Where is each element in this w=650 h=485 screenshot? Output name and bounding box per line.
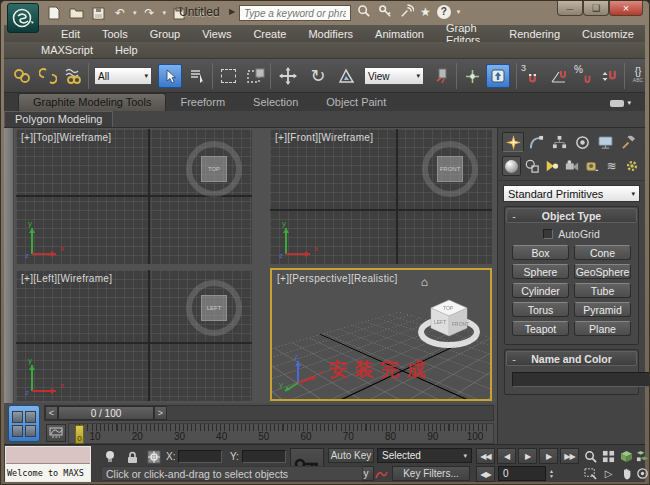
ribbon-tab-selection[interactable]: Selection (239, 94, 312, 111)
minimize-button[interactable]: — (557, 1, 583, 16)
tab-modify[interactable] (525, 132, 547, 152)
object-type-rollout-header[interactable]: - Object Type (506, 208, 637, 223)
menu-group[interactable]: Group (139, 28, 192, 40)
object-type-pyramid[interactable]: Pyramid (574, 302, 631, 317)
object-type-torus[interactable]: Torus (512, 302, 569, 317)
select-and-link-button[interactable] (10, 64, 34, 88)
category-shapes[interactable] (522, 156, 541, 176)
ribbon-minimize-button[interactable]: ▾ (610, 99, 631, 111)
menu-create[interactable]: Create (242, 28, 297, 40)
go-to-start-button[interactable]: ◀◀ (476, 448, 495, 464)
menu-modifiers[interactable]: Modifiers (297, 28, 364, 40)
object-type-box[interactable]: Box (512, 245, 569, 260)
tab-motion[interactable] (571, 132, 593, 152)
listener-output-pane[interactable]: Welcome to MAXS (6, 464, 90, 481)
previous-frame-button[interactable]: ◀ (497, 448, 516, 464)
viewcube-top[interactable]: TOP (186, 141, 242, 197)
save-file-button[interactable] (89, 4, 107, 22)
select-and-scale-button[interactable] (334, 64, 358, 88)
help-flyout-caret[interactable]: ▾ (457, 8, 461, 16)
edit-named-selection-sets-button[interactable]: {} ABC (628, 64, 648, 88)
frame-spinner[interactable]: ▲ ▼ (547, 466, 556, 481)
menu-rendering[interactable]: Rendering (498, 28, 571, 40)
window-crossing-toggle-button[interactable] (244, 64, 268, 88)
object-type-cylinder[interactable]: Cylinder (512, 283, 569, 298)
tab-display[interactable] (594, 132, 616, 152)
selection-lock-toggle[interactable] (123, 449, 141, 465)
zoom-region-button[interactable] (582, 465, 599, 481)
help-button[interactable]: ? (437, 5, 451, 19)
category-space-warps[interactable]: ≋ (602, 156, 621, 176)
track-bar[interactable]: 102030405060708090100 0 (68, 423, 494, 444)
ribbon-tab-freeform[interactable]: Freeform (166, 94, 239, 111)
zoom-button[interactable] (582, 448, 599, 464)
viewcube-left[interactable]: LEFT (186, 280, 242, 336)
ribbon-tab-object-paint[interactable]: Object Paint (312, 94, 400, 111)
viewcube-front[interactable]: FRONT (422, 141, 478, 197)
angle-snap-toggle-button[interactable] (546, 64, 570, 88)
pan-view-button[interactable] (618, 465, 635, 481)
next-frame-button[interactable]: ▶ (539, 448, 558, 464)
maximize-button[interactable]: ❑ (583, 1, 609, 16)
object-name-input[interactable] (512, 372, 650, 387)
category-geometry[interactable] (502, 156, 521, 176)
open-file-button[interactable] (67, 4, 85, 22)
viewport-layout-tabs-button[interactable] (8, 405, 40, 442)
percent-snap-toggle-button[interactable]: % (572, 64, 596, 88)
title-flyout-arrow[interactable]: ▶ (229, 7, 235, 16)
ribbon-tab-graphite-modeling-tools[interactable]: Graphite Modeling Tools (18, 93, 166, 111)
viewport-top[interactable]: [+][Top][Wireframe] TOP y x z (16, 129, 252, 264)
object-category-dropdown[interactable]: Standard Primitives ▾ (503, 185, 640, 202)
viewport-left[interactable]: [+][Left][Wireframe] LEFT y x z (16, 270, 252, 401)
category-cameras[interactable] (562, 156, 581, 176)
tab-utilities[interactable] (617, 132, 639, 152)
redo-flyout-caret[interactable]: ▾ (163, 9, 167, 17)
viewport-front[interactable]: [+][Front][Wireframe] FRONT y x z (270, 129, 492, 264)
zoom-extents-button[interactable] (618, 448, 635, 464)
select-and-manipulate-button[interactable] (460, 64, 484, 88)
keyboard-shortcut-override-toggle[interactable] (486, 64, 510, 88)
autogrid-checkbox[interactable] (543, 229, 553, 239)
tab-hierarchy[interactable] (548, 132, 570, 152)
track-bar-slider[interactable]: 0 (75, 425, 84, 444)
next-frame-nudge-button[interactable]: > (154, 406, 167, 420)
maxscript-mini-listener[interactable]: Welcome to MAXS (5, 446, 91, 482)
zoom-extents-all-button[interactable] (634, 448, 650, 464)
menu-help[interactable]: Help (104, 44, 149, 56)
zoom-all-button[interactable] (600, 448, 617, 464)
menu-maxscript[interactable]: MAXScript (30, 44, 104, 56)
redo-button[interactable]: ↷ (141, 4, 159, 22)
time-slider-handle[interactable]: 0 / 100 (58, 406, 154, 420)
default-in-out-tangents-button[interactable] (374, 466, 389, 482)
snaps-toggle-button[interactable]: 3 (520, 64, 544, 88)
infocenter-search-input[interactable] (239, 5, 351, 21)
select-and-move-button[interactable] (276, 64, 300, 88)
object-type-plane[interactable]: Plane (574, 321, 631, 336)
object-type-teapot[interactable]: Teapot (512, 321, 569, 336)
absolute-offset-mode-toggle[interactable] (145, 449, 163, 465)
object-type-sphere[interactable]: Sphere (512, 264, 569, 279)
application-menu-button[interactable] (7, 3, 39, 33)
tab-create[interactable] (502, 132, 524, 152)
use-pivot-point-center-button[interactable] (430, 64, 454, 88)
field-of-view-button[interactable]: ▷ (600, 465, 617, 481)
object-type-tube[interactable]: Tube (574, 283, 631, 298)
viewcube-home-icon[interactable]: ⌂ (421, 275, 428, 289)
sign-in-key-icon[interactable] (378, 4, 393, 19)
category-systems[interactable] (622, 156, 641, 176)
go-to-end-button[interactable]: ▶▶ (560, 448, 579, 464)
viewport-top-label[interactable]: [+][Top][Wireframe] (21, 132, 111, 143)
bind-to-space-warp-button[interactable] (62, 64, 86, 88)
x-coordinate-field[interactable] (178, 450, 222, 463)
search-binoculars-icon[interactable] (357, 4, 372, 19)
auto-key-button[interactable]: Auto Key (328, 448, 374, 463)
play-animation-button[interactable]: ▶ (518, 448, 537, 464)
favorites-star-icon[interactable]: ★ (420, 5, 431, 19)
selection-set-dropdown[interactable]: Selected ▾ (377, 448, 472, 463)
menu-animation[interactable]: Animation (364, 28, 435, 40)
category-lights[interactable] (542, 156, 561, 176)
viewport-perspective[interactable]: [+][Perspective][Realistic] ⌂ TOP LEFT F… (270, 268, 492, 401)
name-and-color-rollout-header[interactable]: - Name and Color (506, 351, 637, 366)
spinner-snap-toggle-button[interactable] (598, 64, 622, 88)
select-and-rotate-button[interactable]: ↻ (306, 64, 330, 88)
